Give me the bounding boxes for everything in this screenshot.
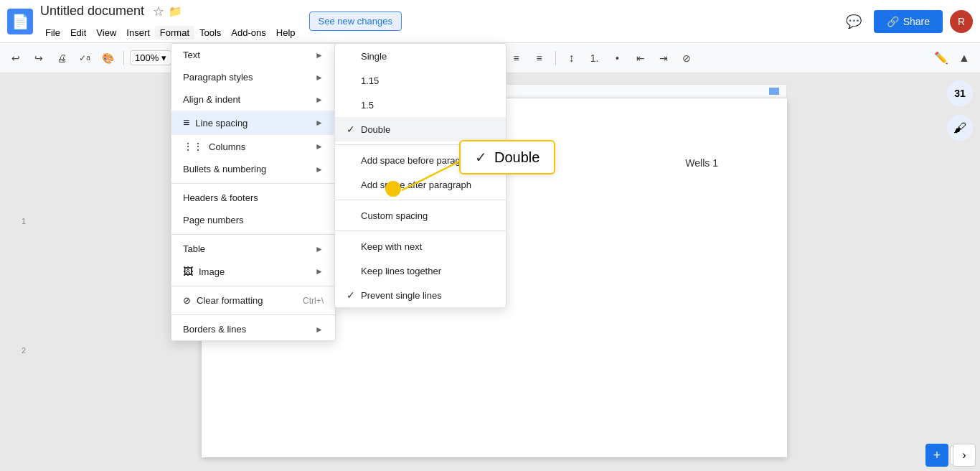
format-borders-label: Borders & lines [183, 324, 246, 335]
spacing-custom-label: Custom spacing [361, 210, 428, 221]
bullets-button[interactable]: • [608, 48, 628, 68]
menu-view[interactable]: View [91, 26, 121, 39]
spacing-keep-lines[interactable]: Keep lines together [335, 258, 506, 283]
menu-help[interactable]: Help [271, 26, 301, 39]
left-margin: 1 2 3 [0, 73, 49, 471]
top-bar: 📄 Untitled document ☆ 📁 File Edit View I… [0, 0, 980, 43]
doc-title[interactable]: Untitled document [40, 4, 144, 19]
spacing-single-label: Single [361, 51, 387, 62]
format-menu-page-numbers[interactable]: Page numbers [171, 209, 335, 231]
spacing-115-check [347, 75, 361, 86]
format-menu-line-spacing[interactable]: ≡ Line spacing ► [171, 111, 335, 135]
toolbar-sep-1 [123, 51, 124, 65]
format-menu-divider-4 [171, 314, 335, 315]
format-menu-divider-3 [171, 286, 335, 286]
share-button[interactable]: 🔗 Share [874, 10, 943, 33]
callout-check-icon: ✓ [475, 149, 487, 166]
spacing-custom[interactable]: Custom spacing [335, 203, 506, 228]
spacing-1-15[interactable]: 1.15 [335, 68, 506, 93]
format-columns-arrow: ► [315, 141, 324, 151]
paintformat-button[interactable]: 🎨 [98, 48, 118, 68]
align-right-button[interactable]: ≡ [507, 48, 527, 68]
columns-icon: ⋮⋮ [183, 141, 203, 152]
format-image-label: Image [199, 266, 225, 277]
clear-formatting-toolbar-button[interactable]: ⊘ [677, 48, 697, 68]
format-bullets-label: Bullets & numbering [183, 164, 266, 174]
spacing-keep-next-label: Keep with next [361, 241, 422, 252]
clear-formatting-icon: ⊘ [183, 295, 191, 306]
format-menu-image[interactable]: 🖼 Image ► [171, 260, 335, 283]
spacing-double-check: ✓ [347, 123, 361, 135]
calendar-number: 31 [954, 88, 966, 99]
format-menu-headers[interactable]: Headers & footers [171, 187, 335, 209]
star-icon[interactable]: ☆ [153, 4, 164, 19]
menu-addons[interactable]: Add-ons [226, 26, 270, 39]
calendar-sidebar-icon[interactable]: 31 [947, 80, 973, 106]
menu-insert[interactable]: Insert [121, 26, 155, 39]
format-menu-columns[interactable]: ⋮⋮ Columns ► [171, 135, 335, 158]
format-menu-divider-2 [171, 234, 335, 235]
spacing-double[interactable]: ✓ Double [335, 117, 506, 141]
callout-bubble: ✓ Double [459, 140, 555, 174]
menu-edit[interactable]: Edit [65, 26, 91, 39]
spacing-15-check [347, 99, 361, 111]
user-avatar[interactable]: R [950, 10, 973, 33]
format-menu-bullets[interactable]: Bullets & numbering ► [171, 158, 335, 180]
format-borders-arrow: ► [315, 325, 324, 335]
clear-formatting-shortcut: Ctrl+\ [303, 296, 324, 306]
undo-button[interactable]: ↩ [6, 48, 26, 68]
format-menu-clear-formatting[interactable]: ⊘ Clear formatting Ctrl+\ [171, 289, 335, 312]
comment-icon[interactable]: 💬 [841, 9, 867, 34]
spacing-prevent-check: ✓ [347, 289, 361, 301]
spacing-single[interactable]: Single [335, 44, 506, 68]
spacing-custom-check [347, 210, 361, 221]
menu-file[interactable]: File [40, 26, 65, 39]
callout-label: Double [494, 149, 540, 166]
format-menu-text[interactable]: Text ► [171, 44, 335, 66]
decrease-indent-button[interactable]: ⇤ [631, 48, 651, 68]
spacing-double-label: Double [361, 124, 390, 135]
collapse-icon-bottom: › [962, 449, 966, 462]
increase-indent-button[interactable]: ⇥ [654, 48, 674, 68]
align-justify-button[interactable]: ≡ [529, 48, 550, 68]
line-spacing-toolbar-button[interactable]: ↕ [562, 48, 582, 68]
share-icon: 🔗 [887, 16, 899, 27]
yellow-dot-indicator [385, 181, 401, 197]
print-button[interactable]: 🖨 [52, 48, 72, 68]
spacing-divider-3 [335, 230, 506, 231]
format-menu-borders[interactable]: Borders & lines ► [171, 318, 335, 340]
format-line-spacing-arrow: ► [315, 118, 324, 128]
spacing-keep-with-next[interactable]: Keep with next [335, 234, 506, 258]
brush-sidebar-icon[interactable]: 🖌 [947, 115, 973, 141]
spacing-prevent-single[interactable]: ✓ Prevent single lines [335, 283, 506, 307]
view-toggle-button[interactable]: ▲ [954, 48, 974, 68]
format-menu: Text ► Paragraph styles ► Align & indent… [171, 43, 336, 341]
spacing-add-after-check [347, 179, 361, 190]
drive-icon[interactable]: 📁 [169, 5, 182, 18]
numbering-button[interactable]: 1. [585, 48, 605, 68]
edit-mode-button[interactable]: ✏️ [931, 48, 951, 68]
format-menu-align-indent[interactable]: Align & indent ► [171, 88, 335, 111]
zoom-selector[interactable]: 100% ▾ [130, 50, 171, 65]
format-text-label: Text [183, 50, 200, 60]
spacing-115-label: 1.15 [361, 75, 379, 86]
expand-button[interactable]: + [925, 444, 948, 467]
menu-tools[interactable]: Tools [194, 26, 226, 39]
image-icon: 🖼 [183, 266, 193, 277]
spacing-1-5[interactable]: 1.5 [335, 93, 506, 117]
spacing-keep-next-check [347, 241, 361, 252]
format-bullets-arrow: ► [315, 164, 324, 174]
bottom-controls: + › [925, 444, 976, 467]
format-menu-paragraph-styles[interactable]: Paragraph styles ► [171, 66, 335, 88]
see-new-changes-button[interactable]: See new changes [309, 11, 402, 31]
format-menu-table[interactable]: Table ► [171, 238, 335, 260]
spacing-keep-lines-label: Keep lines together [361, 266, 441, 276]
spellcheck-button[interactable]: ✓a [75, 48, 95, 68]
menu-format[interactable]: Format [155, 26, 194, 39]
spacing-keep-lines-check [347, 265, 361, 276]
collapse-button[interactable]: › [953, 444, 976, 467]
format-table-arrow: ► [315, 244, 324, 254]
redo-button[interactable]: ↪ [29, 48, 49, 68]
format-align-label: Align & indent [183, 94, 240, 105]
format-image-arrow: ► [315, 266, 324, 276]
